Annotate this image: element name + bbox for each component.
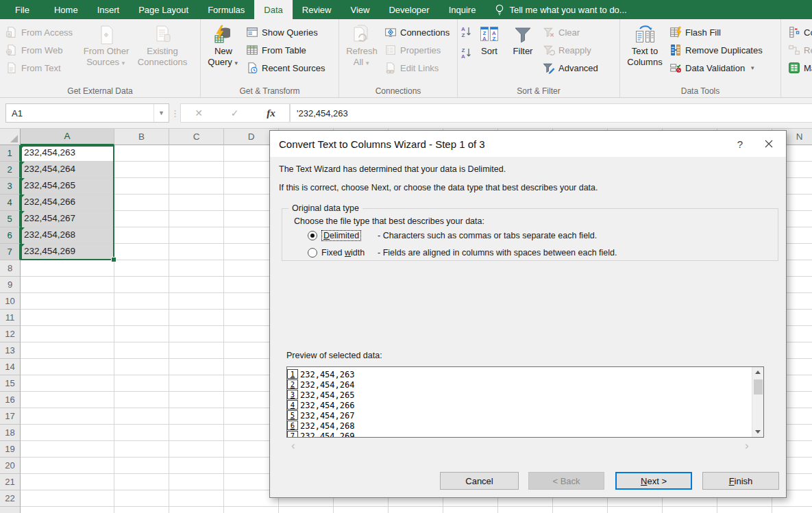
cell-b10[interactable] bbox=[114, 293, 169, 310]
from-table-button[interactable]: From Table bbox=[243, 41, 328, 59]
cell-a1[interactable]: 232,454,263 bbox=[21, 145, 114, 162]
cell-a17[interactable] bbox=[21, 408, 114, 425]
cell-c23[interactable] bbox=[169, 507, 224, 513]
row-header-19[interactable]: 19 bbox=[0, 441, 21, 458]
tab-insert[interactable]: Insert bbox=[88, 0, 130, 19]
cell-a23[interactable] bbox=[21, 507, 114, 513]
cell-b23[interactable] bbox=[114, 507, 169, 513]
tab-review[interactable]: Review bbox=[293, 0, 341, 19]
row-header-4[interactable]: 4 bbox=[0, 195, 21, 211]
refresh-all-button[interactable]: Refresh All▼ bbox=[342, 21, 382, 84]
flash-fill-button[interactable]: Flash Fill bbox=[667, 23, 765, 41]
cell-c17[interactable] bbox=[169, 408, 224, 425]
cell-c13[interactable] bbox=[169, 342, 224, 359]
cell-b3[interactable] bbox=[114, 178, 169, 195]
insert-function-button[interactable]: fx bbox=[267, 108, 275, 119]
cell-a15[interactable] bbox=[21, 375, 114, 392]
cell-b21[interactable] bbox=[114, 474, 169, 490]
tab-view[interactable]: View bbox=[341, 0, 379, 19]
column-header-a[interactable]: A bbox=[21, 129, 114, 145]
sort-ascending-button[interactable]: AZ bbox=[460, 25, 473, 40]
cell-e23[interactable] bbox=[279, 507, 334, 513]
cell-b7[interactable] bbox=[114, 244, 169, 260]
advanced-filter-button[interactable]: Advanced bbox=[540, 59, 601, 77]
cell-a7[interactable]: 232,454,269 bbox=[21, 244, 114, 260]
cell-b17[interactable] bbox=[114, 408, 169, 425]
dialog-help-button[interactable]: ? bbox=[726, 134, 754, 154]
properties-button[interactable]: Properties bbox=[382, 41, 452, 59]
cell-c18[interactable] bbox=[169, 425, 224, 441]
finish-button[interactable]: Finish bbox=[702, 472, 779, 490]
row-header-21[interactable]: 21 bbox=[0, 474, 21, 490]
cell-a10[interactable] bbox=[21, 293, 114, 310]
formula-bar-handle[interactable]: ⋮ bbox=[169, 108, 180, 118]
row-header-16[interactable]: 16 bbox=[0, 392, 21, 408]
next-button[interactable]: Next > bbox=[615, 472, 692, 490]
clear-filter-button[interactable]: Clear bbox=[540, 23, 601, 41]
row-header-10[interactable]: 10 bbox=[0, 293, 21, 310]
cell-a19[interactable] bbox=[21, 441, 114, 458]
cell-b11[interactable] bbox=[114, 310, 169, 326]
cell-b19[interactable] bbox=[114, 441, 169, 458]
cell-i23[interactable] bbox=[498, 507, 553, 513]
cell-c7[interactable] bbox=[169, 244, 224, 260]
cell-a18[interactable] bbox=[21, 425, 114, 441]
cancel-entry-icon[interactable]: ✕ bbox=[195, 108, 203, 118]
cell-c8[interactable] bbox=[169, 260, 224, 277]
manage-data-model-button[interactable]: Ma bbox=[785, 59, 812, 77]
cell-a6[interactable]: 232,454,268 bbox=[21, 227, 114, 244]
cell-c14[interactable] bbox=[169, 359, 224, 375]
row-header-20[interactable]: 20 bbox=[0, 458, 21, 474]
cell-c3[interactable] bbox=[169, 178, 224, 195]
cell-c4[interactable] bbox=[169, 195, 224, 211]
cell-c22[interactable] bbox=[169, 490, 224, 507]
row-header-1[interactable]: 1 bbox=[0, 145, 21, 162]
row-header-6[interactable]: 6 bbox=[0, 227, 21, 244]
tab-page-layout[interactable]: Page Layout bbox=[129, 0, 198, 19]
row-header-3[interactable]: 3 bbox=[0, 178, 21, 195]
select-all-corner[interactable] bbox=[0, 129, 21, 145]
tab-data[interactable]: Data bbox=[254, 0, 292, 19]
cell-b9[interactable] bbox=[114, 277, 169, 293]
scroll-up-icon[interactable] bbox=[752, 367, 764, 378]
back-button[interactable]: < Back bbox=[528, 472, 604, 490]
cell-a16[interactable] bbox=[21, 392, 114, 408]
cell-f23[interactable] bbox=[334, 507, 389, 513]
cell-b13[interactable] bbox=[114, 342, 169, 359]
row-header-13[interactable]: 13 bbox=[0, 342, 21, 359]
cell-a4[interactable]: 232,454,266 bbox=[21, 195, 114, 211]
recent-sources-button[interactable]: Recent Sources bbox=[243, 59, 328, 77]
tell-me-box[interactable]: Tell me what you want to do... bbox=[495, 0, 626, 19]
tab-home[interactable]: Home bbox=[45, 0, 88, 19]
cell-b8[interactable] bbox=[114, 260, 169, 277]
row-header-5[interactable]: 5 bbox=[0, 211, 21, 227]
row-header-22[interactable]: 22 bbox=[0, 490, 21, 507]
row-header-11[interactable]: 11 bbox=[0, 310, 21, 326]
cell-c19[interactable] bbox=[169, 441, 224, 458]
cell-c1[interactable] bbox=[169, 145, 224, 162]
cell-a22[interactable] bbox=[21, 490, 114, 507]
cell-b1[interactable] bbox=[114, 145, 169, 162]
tab-developer[interactable]: Developer bbox=[379, 0, 439, 19]
cell-a5[interactable]: 232,454,267 bbox=[21, 211, 114, 227]
tab-inquire[interactable]: Inquire bbox=[439, 0, 486, 19]
cell-h23[interactable] bbox=[443, 507, 498, 513]
cell-b14[interactable] bbox=[114, 359, 169, 375]
cell-j23[interactable] bbox=[553, 507, 608, 513]
row-header-12[interactable]: 12 bbox=[0, 326, 21, 342]
cell-c12[interactable] bbox=[169, 326, 224, 342]
row-header-18[interactable]: 18 bbox=[0, 425, 21, 441]
filter-button[interactable]: Filter bbox=[506, 21, 540, 84]
new-query-button[interactable]: New Query▼ bbox=[204, 21, 243, 84]
cell-b4[interactable] bbox=[114, 195, 169, 211]
cell-a20[interactable] bbox=[21, 458, 114, 474]
cell-n23[interactable] bbox=[772, 507, 812, 513]
cell-c6[interactable] bbox=[169, 227, 224, 244]
cell-a21[interactable] bbox=[21, 474, 114, 490]
cell-c2[interactable] bbox=[169, 162, 224, 178]
cell-b2[interactable] bbox=[114, 162, 169, 178]
cell-c21[interactable] bbox=[169, 474, 224, 490]
cell-a11[interactable] bbox=[21, 310, 114, 326]
row-header-17[interactable]: 17 bbox=[0, 408, 21, 425]
remove-duplicates-button[interactable]: Remove Duplicates bbox=[667, 41, 765, 59]
